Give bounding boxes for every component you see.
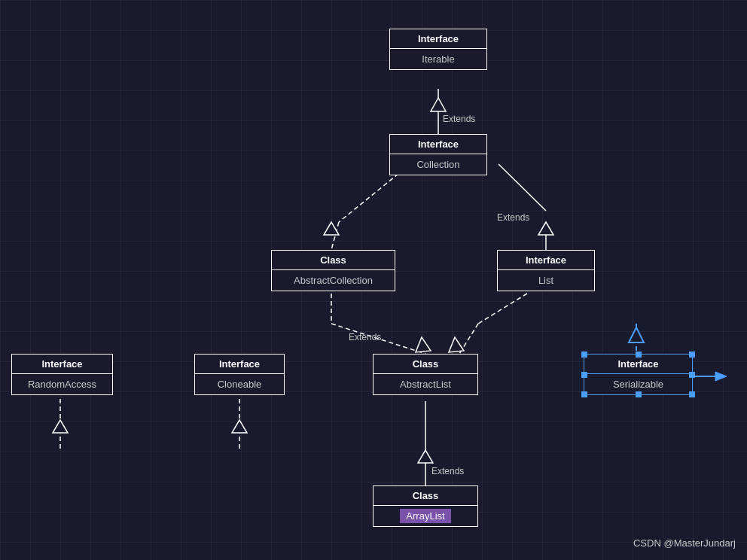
iterable-stereotype: Interface [418,33,459,44]
svg-line-10 [331,324,425,354]
handle-bm [636,391,642,397]
collection-stereotype: Interface [418,138,459,150]
svg-line-12 [478,294,527,324]
svg-marker-17 [418,450,433,463]
svg-line-7 [331,222,339,250]
handle-tl [581,352,587,358]
list-header: Interface [498,251,594,270]
iterable-header: Interface [390,29,486,49]
handle-br [689,391,695,397]
arraylist-body-wrapper: ArrayList [374,506,477,526]
list-box[interactable]: Interface List [497,250,595,291]
svg-text:Extends: Extends [497,212,529,223]
arraylist-box[interactable]: Class ArrayList [373,485,478,527]
abstractcollection-name: AbstractCollection [272,270,395,291]
collection-name: Collection [390,154,486,175]
handle-tm [636,352,642,358]
list-stereotype: Interface [526,254,566,266]
svg-marker-11 [416,337,431,352]
svg-marker-25 [629,327,644,342]
cloneable-stereotype: Interface [219,358,260,370]
watermark: CSDN @MasterJundarj [633,537,736,549]
svg-marker-2 [431,98,446,111]
collection-header: Interface [390,135,486,154]
randomaccess-name: RandomAccess [12,374,112,394]
abstractcollection-stereotype: Class [320,254,346,266]
randomaccess-stereotype: Interface [41,358,82,370]
abstractcollection-box[interactable]: Class AbstractCollection [271,250,395,291]
randomaccess-box[interactable]: Interface RandomAccess [11,354,113,395]
serializable-box[interactable]: Interface Serializable [584,354,693,395]
randomaccess-header: Interface [12,355,112,374]
svg-marker-23 [232,420,247,433]
svg-text:Extends: Extends [431,466,464,476]
cloneable-name: Cloneable [195,374,284,394]
list-name: List [498,270,594,291]
iterable-box[interactable]: Interface Iterable [389,29,487,70]
collection-box[interactable]: Interface Collection [389,134,487,175]
svg-line-13 [459,324,478,354]
arraylist-header: Class [374,486,477,506]
handle-mr [689,372,695,378]
handle-ml [581,372,587,378]
handle-tr [689,352,695,358]
svg-marker-27 [715,372,727,381]
arraylist-stereotype: Class [413,490,439,501]
cloneable-header: Interface [195,355,284,374]
svg-marker-14 [449,337,464,352]
svg-marker-8 [324,222,339,235]
svg-marker-5 [538,222,553,235]
serializable-stereotype: Interface [617,358,658,370]
abstractlist-name: AbstractList [374,374,477,394]
abstractcollection-header: Class [272,251,395,270]
svg-text:Extends: Extends [443,114,475,124]
handle-bl [581,391,587,397]
arraylist-name: ArrayList [400,509,450,523]
abstractlist-header: Class [374,355,477,374]
svg-line-3 [499,164,546,211]
svg-marker-20 [53,420,68,433]
abstractlist-stereotype: Class [413,358,439,370]
abstractlist-box[interactable]: Class AbstractList [373,354,478,395]
cloneable-box[interactable]: Interface Cloneable [194,354,285,395]
iterable-name: Iterable [390,49,486,69]
svg-text:Extends: Extends [349,332,381,342]
